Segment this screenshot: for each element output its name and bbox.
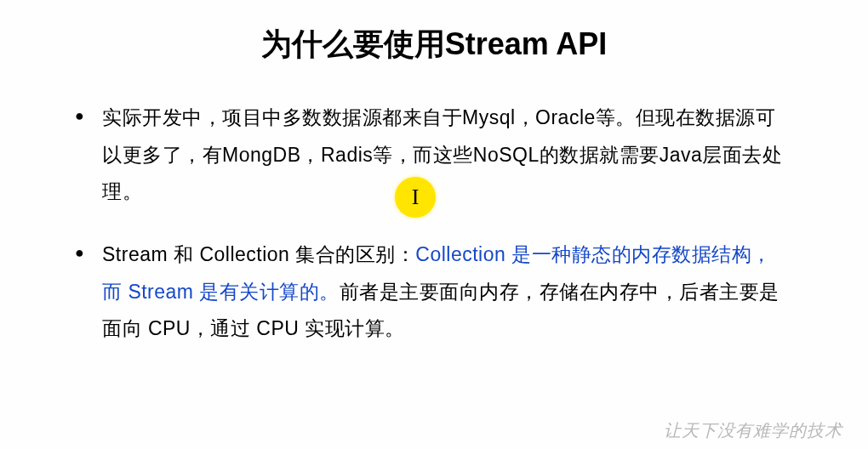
- slide-title: 为什么要使用Stream API: [0, 0, 868, 99]
- watermark-text: 让天下没有难学的技术: [664, 419, 842, 442]
- text-cursor-icon: I: [412, 185, 420, 210]
- bullet-1-text: 实际开发中，项目中多数数据源都来自于Mysql，Oracle等。但现在数据源可以…: [102, 106, 782, 202]
- bullet-2-pre: Stream 和 Collection 集合的区别：: [102, 243, 415, 265]
- slide-content: 实际开发中，项目中多数数据源都来自于Mysql，Oracle等。但现在数据源可以…: [0, 99, 868, 348]
- bullet-1: 实际开发中，项目中多数数据源都来自于Mysql，Oracle等。但现在数据源可以…: [102, 99, 791, 211]
- cursor-highlight-icon: I: [395, 177, 436, 218]
- bullet-2: Stream 和 Collection 集合的区别：Collection 是一种…: [102, 236, 791, 348]
